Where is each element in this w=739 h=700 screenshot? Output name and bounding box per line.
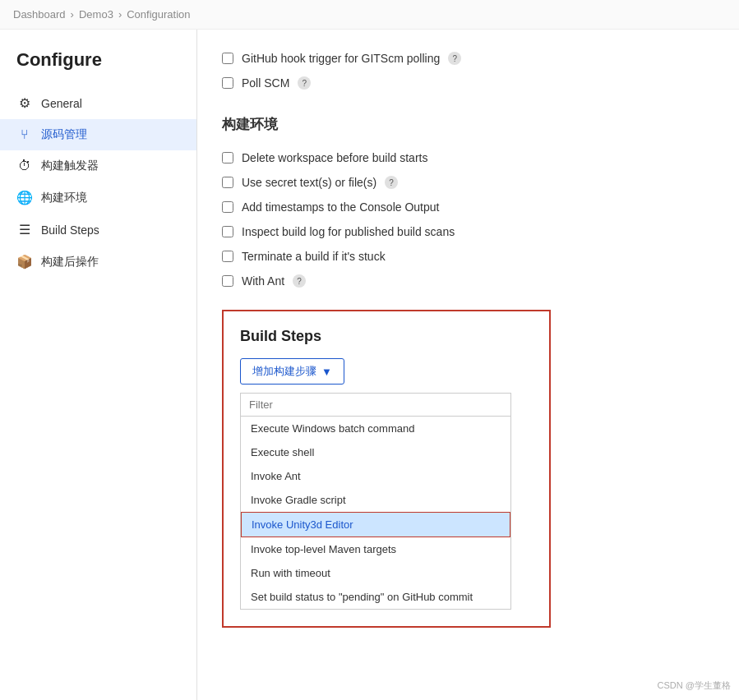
- breadcrumb-sep1: ›: [71, 8, 74, 21]
- dropdown-item-invoke-maven[interactable]: Invoke top-level Maven targets: [241, 537, 510, 561]
- build-steps-box: Build Steps 增加构建步骤 ▼ Execute Windows bat…: [222, 310, 551, 628]
- github-hook-label: GitHub hook trigger for GITScm polling: [242, 52, 440, 65]
- clock-icon: ⏱: [16, 159, 33, 173]
- dropdown-item-invoke-gradle[interactable]: Invoke Gradle script: [241, 488, 510, 512]
- with-ant-help[interactable]: ?: [293, 274, 306, 288]
- inspect-log-label: Inspect build log for published build sc…: [242, 225, 455, 238]
- sidebar-item-buildsteps[interactable]: ☰ Build Steps: [0, 214, 196, 246]
- list-icon: ☰: [16, 222, 33, 237]
- checkbox-timestamps: Add timestamps to the Console Output: [222, 195, 714, 219]
- dropdown-item-set-status[interactable]: Set build status to "pending" on GitHub …: [241, 585, 510, 609]
- build-steps-title: Build Steps: [240, 328, 533, 345]
- sidebar-label-source: 源码管理: [41, 127, 87, 142]
- secret-text-help[interactable]: ?: [385, 176, 398, 189]
- sidebar-label-general: General: [41, 97, 82, 110]
- add-build-step-button[interactable]: 增加构建步骤 ▼: [240, 358, 344, 385]
- dropdown-item-run-timeout[interactable]: Run with timeout: [241, 561, 510, 585]
- breadcrumb: Dashboard › Demo3 › Configuration: [0, 0, 739, 30]
- delete-workspace-checkbox[interactable]: [222, 152, 233, 163]
- sidebar: Configure ⚙ General ⑂ 源码管理 ⏱ 构建触发器 🌐 构建环…: [0, 30, 197, 700]
- timestamps-label: Add timestamps to the Console Output: [242, 200, 439, 214]
- globe-icon: 🌐: [16, 190, 33, 205]
- breadcrumb-sep2: ›: [118, 8, 122, 21]
- delete-workspace-label: Delete workspace before build starts: [242, 151, 427, 164]
- poll-scm-label: Poll SCM: [242, 76, 289, 90]
- dropdown-arrow-icon: ▼: [321, 366, 332, 378]
- branch-icon: ⑂: [16, 127, 33, 142]
- sidebar-label-buildsteps: Build Steps: [41, 223, 99, 237]
- with-ant-checkbox[interactable]: [222, 275, 233, 287]
- checkbox-terminate-stuck: Terminate a build if it's stuck: [222, 244, 714, 269]
- checkbox-secret-text: Use secret text(s) or file(s) ?: [222, 170, 714, 195]
- github-hook-help[interactable]: ?: [448, 52, 461, 65]
- checkbox-delete-workspace: Delete workspace before build starts: [222, 145, 714, 170]
- poll-scm-help[interactable]: ?: [298, 76, 311, 90]
- sidebar-title: Configure: [0, 43, 196, 87]
- terminate-stuck-checkbox[interactable]: [222, 251, 233, 262]
- sidebar-item-post[interactable]: 📦 构建后操作: [0, 246, 196, 278]
- filter-input[interactable]: [240, 393, 511, 417]
- sidebar-item-environment[interactable]: 🌐 构建环境: [0, 182, 196, 214]
- poll-scm-checkbox[interactable]: [222, 77, 233, 89]
- checkbox-poll-scm: Poll SCM ?: [222, 71, 714, 95]
- box-icon: 📦: [16, 254, 33, 269]
- dropdown-item-exec-win[interactable]: Execute Windows batch command: [241, 417, 510, 440]
- sidebar-label-environment: 构建环境: [41, 191, 87, 205]
- github-hook-checkbox[interactable]: [222, 53, 233, 64]
- breadcrumb-demo3[interactable]: Demo3: [79, 8, 113, 21]
- checkbox-with-ant: With Ant ?: [222, 269, 714, 293]
- gear-icon: ⚙: [16, 95, 33, 111]
- sidebar-item-triggers[interactable]: ⏱ 构建触发器: [0, 150, 196, 182]
- breadcrumb-dashboard[interactable]: Dashboard: [13, 8, 66, 21]
- inspect-log-checkbox[interactable]: [222, 226, 233, 237]
- secret-text-checkbox[interactable]: [222, 177, 233, 188]
- sidebar-item-general[interactable]: ⚙ General: [0, 87, 196, 119]
- with-ant-label: With Ant: [242, 274, 284, 288]
- dropdown-item-invoke-unity[interactable]: Invoke Unity3d Editor: [241, 512, 510, 537]
- add-build-step-label: 增加构建步骤: [252, 364, 316, 379]
- dropdown-wrapper: Execute Windows batch command Execute sh…: [240, 388, 533, 610]
- dropdown-item-exec-shell[interactable]: Execute shell: [241, 440, 510, 464]
- checkbox-github-hook: GitHub hook trigger for GITScm polling ?: [222, 46, 714, 71]
- checkbox-inspect-log: Inspect build log for published build sc…: [222, 219, 714, 244]
- breadcrumb-config[interactable]: Configuration: [127, 8, 190, 21]
- sidebar-label-post: 构建后操作: [41, 255, 99, 269]
- sidebar-label-triggers: 构建触发器: [41, 159, 99, 173]
- main-content: GitHub hook trigger for GITScm polling ?…: [197, 30, 739, 700]
- watermark: CSDN @学生董格: [658, 679, 731, 692]
- sidebar-item-source[interactable]: ⑂ 源码管理: [0, 119, 196, 150]
- dropdown-item-invoke-ant[interactable]: Invoke Ant: [241, 464, 510, 488]
- secret-text-label: Use secret text(s) or file(s): [242, 176, 376, 189]
- timestamps-checkbox[interactable]: [222, 201, 233, 213]
- terminate-stuck-label: Terminate a build if it's stuck: [242, 250, 386, 263]
- build-env-title: 构建环境: [222, 115, 714, 134]
- dropdown-list: Execute Windows batch command Execute sh…: [240, 417, 511, 610]
